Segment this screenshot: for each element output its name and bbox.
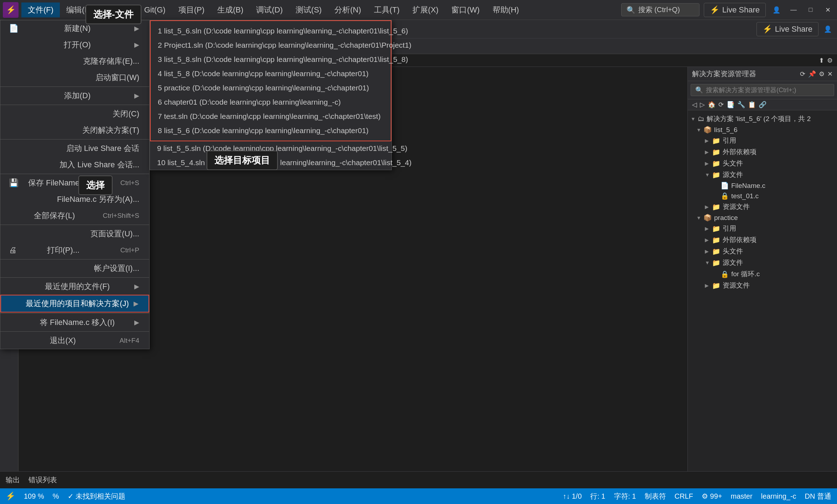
- tree-src-icon: 📁: [712, 171, 721, 179]
- se-nav-back[interactable]: ◁: [692, 101, 697, 109]
- menu-join-liveshare[interactable]: 加入 Live Share 会话...: [0, 157, 149, 173]
- menu-tools[interactable]: 工具(T): [368, 2, 406, 17]
- tree-practice-ref[interactable]: ▶ 📁 引用: [688, 223, 837, 234]
- menu-recent-files[interactable]: 最近使用的文件(F) ▶: [0, 278, 149, 295]
- se-close-icon[interactable]: ✕: [827, 70, 833, 78]
- se-pin-icon[interactable]: 📌: [808, 70, 816, 78]
- menu-exit[interactable]: 退出(X) Alt+F4: [0, 332, 149, 349]
- recent-item-6[interactable]: 6 chapter01 (D:\code learning\cpp learni…: [151, 95, 391, 109]
- close-button[interactable]: ✕: [821, 4, 834, 16]
- recent-item-8[interactable]: 8 list_5_6 (D:\code learning\cpp learnin…: [151, 124, 391, 138]
- recent-1-label: 1 list_5_6.sln (D:\code learning\cpp lea…: [158, 27, 408, 35]
- liveshare-button[interactable]: ⚡ Live Share: [704, 3, 766, 17]
- tree-practice-ext[interactable]: ▶ 📁 外部依赖项: [688, 234, 837, 246]
- recent-item-5[interactable]: 5 practice (D:\code learning\cpp learnin…: [151, 81, 391, 95]
- recent-item-3[interactable]: 3 list_5_8.sln (D:\code learning\cpp lea…: [151, 52, 391, 67]
- status-selection: 制表符: [645, 492, 666, 501]
- tree-project-label: list_5_6: [714, 126, 738, 134]
- minimize-button[interactable]: —: [787, 4, 800, 16]
- tree-pref-icon: 📁: [712, 225, 721, 233]
- menu-save[interactable]: 💾 保存 FileName.c (S) Ctrl+S: [0, 175, 149, 191]
- tree-project-icon: 📦: [703, 126, 712, 134]
- menu-open[interactable]: 打开(O) ▶: [0, 37, 149, 53]
- menu-extensions[interactable]: 扩展(X): [406, 2, 445, 17]
- tree-practice[interactable]: ▼ 📦 practice: [688, 212, 837, 223]
- tree-pheader-icon: 📁: [712, 247, 721, 256]
- tree-practice-res[interactable]: ▶ 📁 资源文件: [688, 280, 837, 291]
- menu-build[interactable]: 生成(B): [211, 2, 250, 17]
- se-nav-icon3[interactable]: 📋: [748, 101, 756, 109]
- se-sync-icon[interactable]: ⟳: [800, 70, 805, 78]
- search-box[interactable]: 🔍 搜索 (Ctrl+Q): [621, 3, 700, 16]
- breadcrumb-expand-icon[interactable]: ⬆: [819, 57, 824, 64]
- menu-add[interactable]: 添加(D) ▶: [0, 88, 149, 104]
- tab-error-list[interactable]: 错误列表: [28, 475, 57, 485]
- menu-clone[interactable]: 克隆存储库(E)...: [0, 53, 149, 69]
- recent-3-label: 3 list_5_8.sln (D:\code learning\cpp lea…: [158, 55, 408, 63]
- tree-project-list56[interactable]: ▼ 📦 list_5_6: [688, 125, 837, 135]
- sep-7: [0, 277, 149, 278]
- menu-account[interactable]: 帐户设置(I)...: [0, 260, 149, 277]
- se-nav-home[interactable]: 🏠: [708, 101, 716, 109]
- menu-save-as[interactable]: FileName.c 另存为(A)...: [0, 191, 149, 208]
- menu-help[interactable]: 帮助(H): [486, 2, 526, 17]
- menu-project[interactable]: 项目(P): [172, 2, 211, 17]
- menu-test[interactable]: 测试(S): [289, 2, 328, 17]
- recent-item-7[interactable]: 7 test.sln (D:\code learning\cpp learnin…: [151, 109, 391, 124]
- se-nav-icon2[interactable]: 🔧: [737, 101, 745, 109]
- menu-git[interactable]: Git(G): [138, 3, 172, 17]
- tree-forloop-c[interactable]: ▶ 🔒 for 循环.c: [688, 268, 837, 280]
- toolbar-user-icon[interactable]: 👤: [821, 23, 834, 36]
- tree-practice-src[interactable]: ▼ 📁 源文件: [688, 257, 837, 268]
- tree-extdep-icon: 📁: [712, 148, 721, 156]
- menu-print[interactable]: 🖨 打印(P)... Ctrl+P: [0, 242, 149, 258]
- tree-header-icon: 📁: [712, 159, 721, 168]
- se-sync[interactable]: ⟳: [718, 101, 724, 109]
- menu-close[interactable]: 关闭(C): [0, 106, 149, 122]
- tree-ext-dep[interactable]: ▶ 📁 外部依赖项: [688, 146, 837, 158]
- tree-practice-header[interactable]: ▶ 📁 头文件: [688, 246, 837, 257]
- tree-res-label: 资源文件: [723, 202, 750, 211]
- tree-header[interactable]: ▶ 📁 头文件: [688, 158, 837, 169]
- se-nav-icon1[interactable]: 📑: [727, 101, 734, 109]
- menu-close-solution[interactable]: 关闭解决方案(T): [0, 122, 149, 138]
- menu-clone-label: 克隆存储库(E)...: [83, 56, 139, 67]
- tree-ref[interactable]: ▶ 📁 引用: [688, 135, 837, 146]
- menu-exit-label: 退出(X): [50, 335, 76, 346]
- recent-7-label: 7 test.sln (D:\code learning\cpp learnin…: [158, 112, 381, 120]
- tree-src[interactable]: ▼ 📁 源文件: [688, 169, 837, 180]
- tooltip-1: 选择-文件: [85, 5, 141, 24]
- tree-test01-c[interactable]: ▶ 🔒 test_01.c: [688, 191, 837, 201]
- menu-move[interactable]: 将 FileName.c 移入(I) ▶: [0, 314, 149, 331]
- menu-save-all[interactable]: 全部保存(L) Ctrl+Shift+S: [0, 208, 149, 224]
- menu-analyze[interactable]: 分析(N): [328, 2, 368, 17]
- sep-9: [0, 331, 149, 332]
- maximize-button[interactable]: □: [804, 4, 817, 16]
- recent-item-1[interactable]: 1 list_5_6.sln (D:\code learning\cpp lea…: [151, 24, 391, 38]
- breadcrumb-settings-icon[interactable]: ⚙: [827, 57, 833, 64]
- menu-window[interactable]: 窗口(W): [445, 2, 486, 17]
- se-nav-forward[interactable]: ▷: [700, 101, 705, 109]
- tree-root[interactable]: ▼ 🗂 解决方案 'list_5_6' (2 个项目，共 2: [688, 113, 837, 125]
- tab-output[interactable]: 输出: [6, 475, 20, 485]
- recent-item-4[interactable]: 4 list_5_8 (D:\code learning\cpp learnin…: [151, 67, 391, 81]
- menu-page-setup[interactable]: 页面设置(U)...: [0, 226, 149, 242]
- tree-filename-c[interactable]: ▶ 📄 FileName.c: [688, 180, 837, 191]
- menu-file[interactable]: 文件(F): [21, 2, 60, 17]
- menu-debug[interactable]: 调试(D): [250, 2, 289, 17]
- se-settings-icon[interactable]: ⚙: [819, 70, 825, 78]
- menu-start-window[interactable]: 启动窗口(W): [0, 69, 149, 86]
- menu-recent-projects[interactable]: 最近使用的项目和解决方案(J) ▶: [0, 295, 149, 313]
- file-menu-dropdown: 📄 新建(N) ▶ 打开(O) ▶ 克隆存储库(E)... 启动窗口(W) 添加…: [0, 20, 150, 349]
- user-icon[interactable]: 👤: [770, 4, 783, 16]
- se-nav-icon4[interactable]: 🔗: [759, 101, 766, 109]
- menu-rf-label: 最近使用的文件(F): [45, 281, 110, 292]
- tree-resource[interactable]: ▶ 📁 资源文件: [688, 201, 837, 212]
- menu-start-liveshare[interactable]: 启动 Live Share 会话: [0, 140, 149, 157]
- liveshare-toolbar-btn[interactable]: ⚡ Live Share: [757, 22, 818, 36]
- tree-psrc-icon: 📁: [712, 259, 721, 267]
- tree-src-label: 源文件: [723, 170, 743, 179]
- recent-item-2[interactable]: 2 Project1.sln (D:\code learning\cpp lea…: [151, 38, 391, 52]
- menu-acc-label: 帐户设置(I)...: [94, 263, 139, 274]
- menu-rp-arrow: ▶: [134, 300, 139, 308]
